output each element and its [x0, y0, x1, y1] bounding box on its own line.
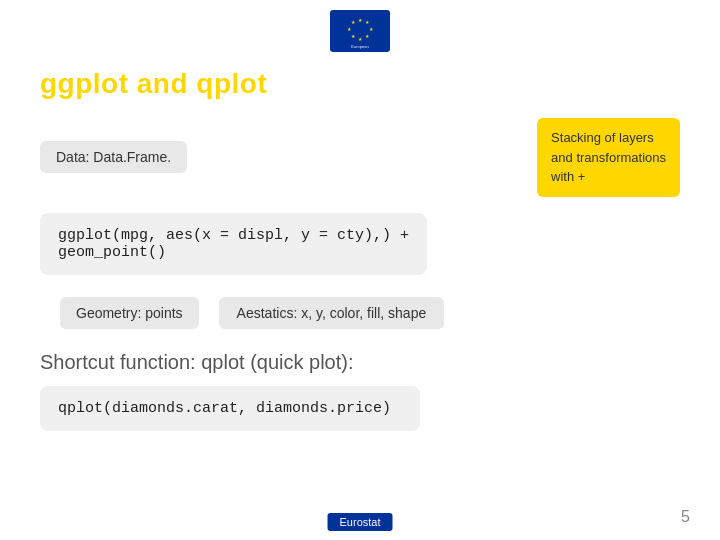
- shortcut-title: Shortcut function: qplot (quick plot):: [40, 351, 680, 374]
- page-title: ggplot and qplot: [40, 68, 680, 100]
- code2-text: qplot(diamonds.carat, diamonds.price): [58, 400, 391, 417]
- eu-logo: ★ ★ ★ ★ ★ ★ ★ ★ European: [325, 8, 395, 54]
- stacking-line2: and transformations: [551, 150, 666, 165]
- aestatics-label: Aestatics: x, y, color, fill, shape: [219, 297, 445, 329]
- stacking-info-box: Stacking of layers and transformations w…: [537, 118, 680, 197]
- middle-section: Geometry: points Aestatics: x, y, color,…: [60, 297, 680, 329]
- stacking-line3: with +: [551, 169, 585, 184]
- code-line-1: ggplot(mpg, aes(x = displ, y = cty),) +: [58, 227, 409, 244]
- eurostat-badge: Eurostat: [328, 513, 393, 531]
- svg-text:European: European: [351, 44, 368, 49]
- data-label: Data: Data.Frame.: [40, 141, 187, 173]
- code-block-2: qplot(diamonds.carat, diamonds.price): [40, 386, 420, 431]
- page-number: 5: [681, 508, 690, 526]
- header-bar: ★ ★ ★ ★ ★ ★ ★ ★ European: [0, 0, 720, 58]
- stacking-line1: Stacking of layers: [551, 130, 654, 145]
- code-block-1: ggplot(mpg, aes(x = displ, y = cty),) + …: [40, 213, 427, 275]
- footer: Eurostat: [328, 512, 393, 530]
- code-line-2: geom_point(): [58, 244, 409, 261]
- top-section: Data: Data.Frame. Stacking of layers and…: [40, 118, 680, 197]
- main-content: ggplot and qplot Data: Data.Frame. Stack…: [0, 58, 720, 441]
- geometry-label: Geometry: points: [60, 297, 199, 329]
